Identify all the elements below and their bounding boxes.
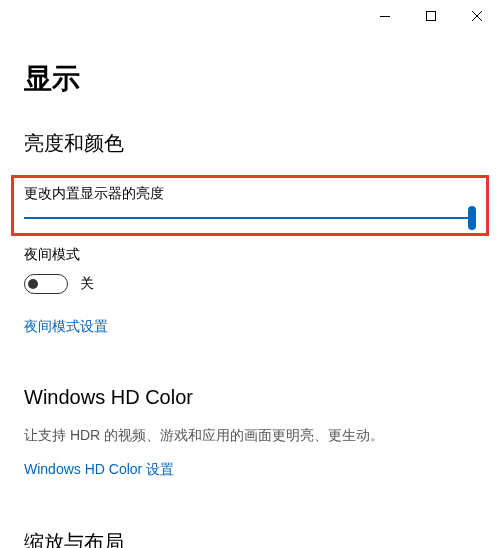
hdcolor-settings-link[interactable]: Windows HD Color 设置 (24, 461, 476, 479)
brightness-slider[interactable] (24, 217, 476, 219)
brightness-highlight: 更改内置显示器的亮度 (11, 175, 489, 236)
maximize-icon (426, 11, 436, 21)
night-mode-label: 夜间模式 (24, 246, 476, 264)
brightness-slider-label: 更改内置显示器的亮度 (24, 185, 476, 203)
hdcolor-description: 让支持 HDR 的视频、游戏和应用的画面更明亮、更生动。 (24, 427, 476, 445)
svg-rect-0 (380, 16, 390, 17)
night-mode-row: 关 (24, 274, 476, 294)
close-button[interactable] (454, 0, 500, 32)
night-mode-settings-link[interactable]: 夜间模式设置 (24, 318, 476, 336)
toggle-knob (28, 279, 38, 289)
hdcolor-heading: Windows HD Color (24, 386, 476, 409)
slider-thumb[interactable] (468, 206, 476, 230)
brightness-heading: 亮度和颜色 (24, 130, 476, 157)
night-mode-toggle[interactable] (24, 274, 68, 294)
content-area: 显示 亮度和颜色 更改内置显示器的亮度 夜间模式 关 夜间模式设置 Window… (0, 60, 500, 548)
window-titlebar (0, 0, 500, 32)
night-mode-status: 关 (80, 275, 94, 293)
page-title: 显示 (24, 60, 476, 98)
close-icon (472, 11, 482, 21)
maximize-button[interactable] (408, 0, 454, 32)
svg-rect-1 (427, 12, 436, 21)
minimize-icon (380, 16, 390, 17)
scale-heading: 缩放与布局 (24, 529, 476, 548)
minimize-button[interactable] (362, 0, 408, 32)
